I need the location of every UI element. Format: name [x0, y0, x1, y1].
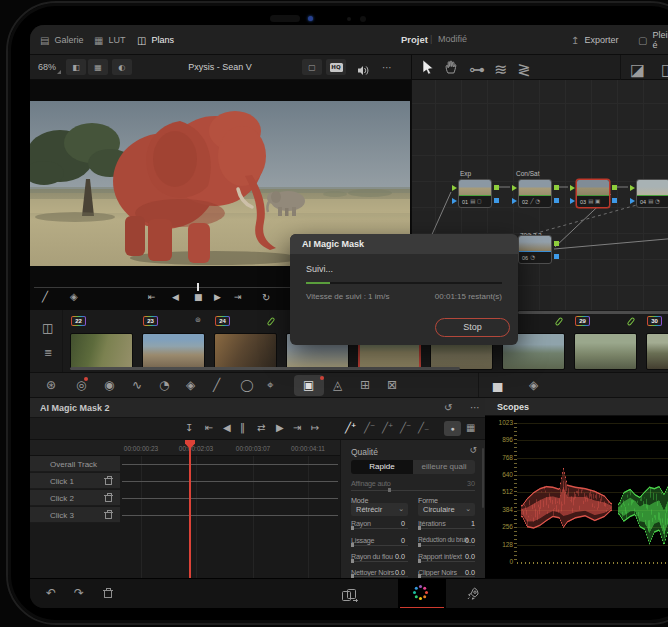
clip-thumbnail-24[interactable] — [214, 333, 277, 370]
eyedropper-icon[interactable]: ╱ — [42, 292, 48, 302]
view-split-icon[interactable]: ◐ — [112, 59, 132, 75]
tab-galerie[interactable]: ▤ Galerie — [40, 25, 83, 55]
node-03-selected[interactable]: 03▤ ▣ — [576, 179, 610, 208]
fullscreen-button[interactable]: ▢ Plein é — [638, 25, 668, 55]
quality-segmented-control[interactable]: Rapide eilleure quali — [351, 460, 475, 474]
view-grid-icon[interactable]: ▦ — [88, 59, 108, 75]
sizing-icon[interactable]: ⊠ — [387, 379, 397, 391]
loop-icon[interactable]: ↻ — [262, 293, 270, 303]
remove-stroke-tool[interactable]: ╱⁻ — [364, 423, 375, 433]
slider-knob[interactable] — [351, 526, 354, 530]
safe-area-icon[interactable]: ▢ — [302, 59, 322, 75]
tab-plans[interactable]: ◫ Plans — [137, 25, 174, 55]
camera-raw-icon[interactable]: ⊛ — [46, 379, 56, 391]
redo-icon[interactable]: ↷ — [74, 587, 84, 599]
slider-knob[interactable] — [418, 543, 421, 547]
track-to-start-icon[interactable]: ⇤ — [205, 423, 213, 433]
mode-dropdown[interactable]: Rétrécir ⌄ — [351, 503, 408, 516]
deliver-rocket-icon[interactable] — [466, 587, 480, 605]
export-button[interactable]: ↥ Exporter — [571, 25, 618, 55]
undo-icon[interactable]: ↶ — [46, 587, 56, 599]
slider-knob[interactable] — [388, 488, 391, 492]
node-link-icon[interactable]: ⊶ — [469, 62, 485, 78]
color-page-tab-active[interactable] — [398, 579, 446, 608]
clip-scrollbar[interactable] — [70, 367, 460, 370]
export-track-icon[interactable]: ↧ — [185, 423, 193, 433]
remove-detail-tool[interactable]: ╱⁻ — [400, 423, 411, 433]
curves-icon[interactable]: ∿ — [132, 379, 142, 391]
param-slider[interactable] — [418, 561, 475, 562]
node-mixer-icon[interactable]: ≷ — [517, 62, 530, 78]
param-slider[interactable] — [418, 528, 475, 529]
stop-icon[interactable]: ■ — [194, 293, 203, 302]
scopes-icon[interactable]: ▅ — [493, 379, 502, 391]
zoom-level-button[interactable]: 68% — [34, 60, 60, 74]
track-row-overall[interactable]: Overall Track — [30, 456, 120, 472]
clip-thumbnail-30[interactable] — [646, 333, 668, 370]
track-forward-icon[interactable]: ▶ — [276, 423, 284, 433]
delete-track-icon[interactable] — [105, 495, 112, 502]
clips-view-icon[interactable]: ◫ — [42, 322, 53, 334]
speaker-icon[interactable] — [357, 62, 370, 80]
slider-knob[interactable] — [351, 543, 354, 547]
matte-view-icon[interactable]: ▦ — [466, 423, 475, 433]
view-single-icon[interactable]: ◧ — [66, 59, 86, 75]
track-row-click3[interactable]: Click 3 — [30, 507, 120, 523]
pause-icon[interactable]: ‖ — [240, 423, 245, 433]
blur-icon[interactable]: ◈ — [186, 379, 195, 391]
settings-reset-icon[interactable]: ↺ — [469, 446, 477, 455]
slider-knob[interactable] — [351, 559, 354, 563]
edit-page-icon[interactable] — [342, 588, 359, 606]
play-icon[interactable]: ▶ — [214, 293, 221, 302]
blur-sharpen-icon[interactable]: ◬ — [333, 379, 342, 391]
track-one-frame-icon[interactable]: ↦ — [311, 423, 319, 433]
key-icon[interactable]: ⊞ — [360, 379, 370, 391]
clip-thumbnail-22[interactable] — [70, 333, 133, 370]
tab-lut[interactable]: ▦ LUT — [94, 25, 125, 55]
param-slider[interactable] — [418, 576, 475, 577]
hand-tool-icon[interactable] — [445, 60, 458, 78]
clip-scrollbar-top[interactable] — [518, 311, 668, 314]
slider-knob[interactable] — [418, 526, 421, 530]
pin-icon[interactable]: ╱ — [213, 379, 220, 391]
play-reverse-icon[interactable]: ◀ — [172, 293, 179, 302]
stop-button[interactable]: Stop — [435, 318, 510, 337]
qualifier-icon[interactable]: ◔ — [159, 379, 169, 391]
overlay-toggle[interactable]: ● — [444, 421, 461, 436]
quality-fast-option[interactable]: Rapide — [351, 460, 413, 474]
shape-dropdown[interactable]: Circulaire ⌄ — [418, 503, 475, 516]
track-row-click2[interactable]: Click 2 — [30, 490, 120, 506]
auto-refine-slider[interactable] — [351, 490, 475, 491]
node-06[interactable]: 06◔ — [518, 235, 552, 264]
quality-better-option[interactable]: eilleure quali — [413, 460, 475, 474]
param-slider[interactable] — [351, 528, 408, 529]
eraser-tool[interactable]: ╱₋ — [418, 423, 429, 433]
dialog-header[interactable]: AI Magic Mask — [290, 234, 518, 254]
first-frame-icon[interactable]: ⇤ — [148, 293, 156, 302]
viewer-more-icon[interactable]: ⋯ — [382, 63, 392, 73]
stills-icon[interactable]: ◪ — [630, 62, 645, 78]
param-slider[interactable] — [351, 561, 408, 562]
panel-more-icon[interactable]: ⋯ — [470, 403, 480, 413]
clip-thumbnail-29[interactable] — [574, 333, 637, 370]
node-01[interactable]: 01▤ ◻ — [458, 179, 492, 208]
magic-mask-icon[interactable]: ▣ — [303, 379, 314, 391]
delete-track-icon[interactable] — [105, 512, 112, 519]
reset-icon[interactable]: ↺ — [444, 403, 452, 413]
viewer-playhead[interactable] — [197, 283, 199, 291]
track-row-click1[interactable]: Click 1 — [30, 473, 120, 489]
delete-track-icon[interactable] — [105, 478, 112, 485]
tracker-icon[interactable]: ⌖ — [267, 379, 274, 391]
clip-thumbnail-23[interactable] — [142, 333, 205, 370]
power-window-icon[interactable]: ◯ — [240, 379, 253, 391]
last-frame-icon[interactable]: ⇥ — [234, 293, 242, 302]
track-to-end-icon[interactable]: ⇥ — [293, 423, 301, 433]
trash-icon[interactable] — [104, 590, 112, 598]
node-layers-icon[interactable]: ≋ — [494, 62, 507, 78]
node-04[interactable]: 04▤ ◔ — [636, 179, 668, 208]
param-slider[interactable] — [418, 545, 475, 546]
add-detail-tool[interactable]: ╱⁺ — [382, 423, 393, 433]
grades-icon[interactable]: ◈ — [529, 379, 538, 391]
clip-title[interactable]: Pxysis - Sean V — [160, 62, 280, 72]
timeline-playhead[interactable] — [189, 440, 191, 578]
